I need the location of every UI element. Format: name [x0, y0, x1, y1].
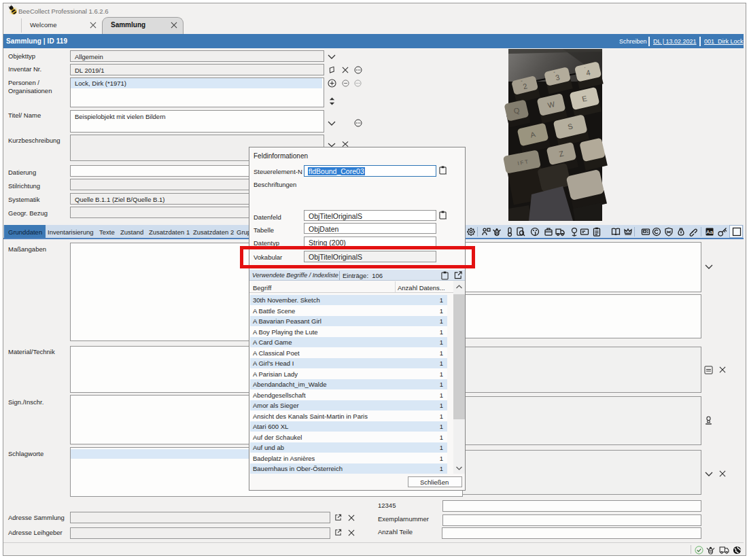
svg-text:Aa: Aa: [706, 229, 713, 235]
